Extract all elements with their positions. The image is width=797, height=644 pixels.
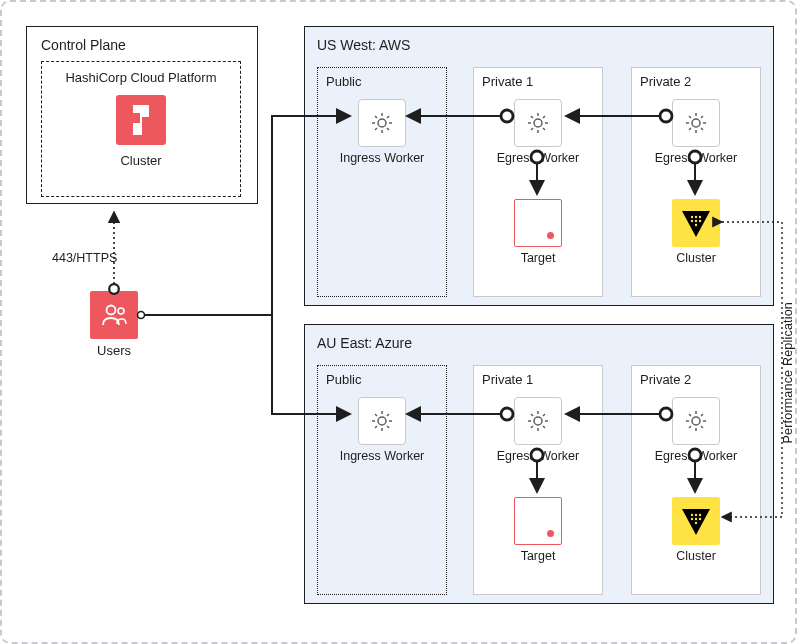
target-icon [514, 199, 562, 247]
svg-point-22 [695, 522, 697, 524]
svg-point-14 [534, 417, 542, 425]
diagram-canvas: Control Plane HashiCorp Cloud Platform C… [0, 0, 797, 644]
gear-icon [672, 99, 720, 147]
aws-priv1-title: Private 1 [482, 74, 594, 89]
aws-public-title: Public [326, 74, 438, 89]
svg-point-18 [699, 514, 701, 516]
azure-priv2-title: Private 2 [640, 372, 752, 387]
azure-priv1-subnet: Private 1 Egress Worker Target [473, 365, 603, 595]
gear-icon [514, 99, 562, 147]
azure-target-label: Target [482, 549, 594, 563]
svg-point-13 [378, 417, 386, 425]
control-plane-title: Control Plane [41, 37, 243, 53]
hcp-title: HashiCorp Cloud Platform [52, 70, 230, 85]
aws-egress1-label: Egress Worker [482, 151, 594, 165]
svg-point-5 [692, 119, 700, 127]
svg-point-20 [695, 518, 697, 520]
gear-icon [358, 99, 406, 147]
vault-logo-icon [672, 199, 720, 247]
hcp-box: HashiCorp Cloud Platform Cluster [41, 61, 241, 197]
svg-point-3 [378, 119, 386, 127]
svg-point-11 [699, 220, 701, 222]
aws-priv2-subnet: Private 2 Egress Worker Cluster [631, 67, 761, 297]
aws-cluster-label: Cluster [640, 251, 752, 265]
aws-priv2-title: Private 2 [640, 74, 752, 89]
https-label: 443/HTTPS [52, 251, 117, 265]
svg-point-10 [695, 220, 697, 222]
aws-ingress-label: Ingress Worker [326, 151, 438, 165]
target-icon [514, 497, 562, 545]
svg-point-12 [695, 224, 697, 226]
svg-point-9 [691, 220, 693, 222]
region-azure-box: AU East: Azure Public Ingress Worker Pri… [304, 324, 774, 604]
users-icon [90, 291, 138, 339]
svg-point-19 [691, 518, 693, 520]
region-aws-box: US West: AWS Public Ingress Worker Priva… [304, 26, 774, 306]
azure-priv2-subnet: Private 2 Egress Worker Cluster [631, 365, 761, 595]
performance-replication-label: Performance Replication [781, 302, 795, 443]
aws-egress2-label: Egress Worker [640, 151, 752, 165]
svg-point-1 [107, 306, 116, 315]
control-plane-box: Control Plane HashiCorp Cloud Platform C… [26, 26, 258, 204]
azure-public-subnet: Public Ingress Worker [317, 365, 447, 595]
vault-logo-icon [672, 497, 720, 545]
azure-egress2-label: Egress Worker [640, 449, 752, 463]
svg-point-2 [118, 308, 124, 314]
azure-ingress-label: Ingress Worker [326, 449, 438, 463]
aws-priv1-subnet: Private 1 Egress Worker Target [473, 67, 603, 297]
azure-egress1-label: Egress Worker [482, 449, 594, 463]
users-label: Users [90, 343, 138, 358]
aws-target-label: Target [482, 251, 594, 265]
boundary-logo-icon [114, 93, 168, 147]
azure-priv1-title: Private 1 [482, 372, 594, 387]
svg-point-4 [534, 119, 542, 127]
region-aws-title: US West: AWS [317, 37, 761, 53]
svg-point-7 [695, 216, 697, 218]
svg-point-24 [138, 312, 145, 319]
hcp-cluster-label: Cluster [52, 153, 230, 168]
gear-icon [672, 397, 720, 445]
region-azure-title: AU East: Azure [317, 335, 761, 351]
azure-public-title: Public [326, 372, 438, 387]
svg-point-16 [691, 514, 693, 516]
aws-public-subnet: Public Ingress Worker [317, 67, 447, 297]
svg-point-6 [691, 216, 693, 218]
svg-point-8 [699, 216, 701, 218]
svg-point-21 [699, 518, 701, 520]
svg-point-15 [692, 417, 700, 425]
gear-icon [358, 397, 406, 445]
gear-icon [514, 397, 562, 445]
svg-point-17 [695, 514, 697, 516]
azure-cluster-label: Cluster [640, 549, 752, 563]
